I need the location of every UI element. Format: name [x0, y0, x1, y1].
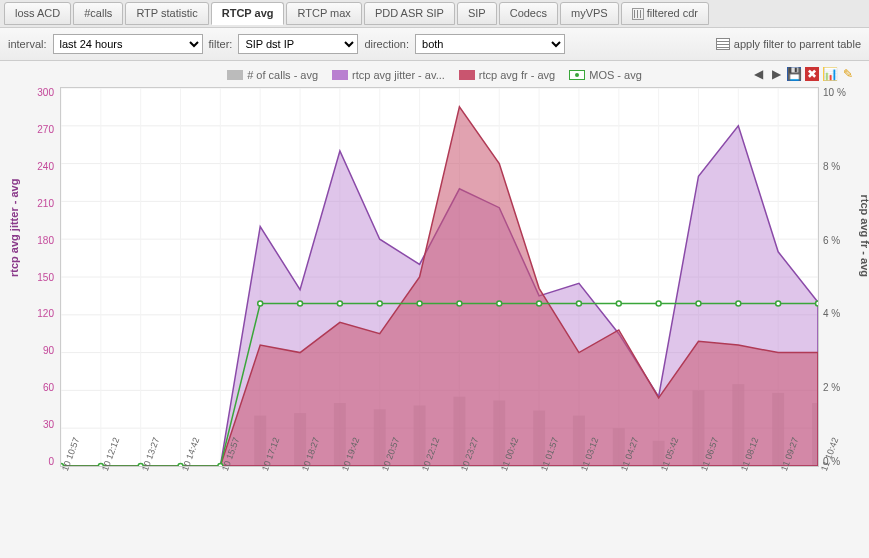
edit-icon[interactable]: ✎ — [841, 67, 855, 81]
tab-rtp-statistic[interactable]: RTP statistic — [125, 2, 208, 25]
svg-point-58 — [337, 301, 342, 306]
tab-codecs[interactable]: Codecs — [499, 2, 558, 25]
svg-point-68 — [736, 301, 741, 306]
chart-legend: # of calls - avg rtcp avg jitter - av...… — [10, 67, 859, 87]
tab-sip[interactable]: SIP — [457, 2, 497, 25]
svg-point-69 — [776, 301, 781, 306]
tab-filtered-cdr[interactable]: filtered cdr — [621, 2, 709, 25]
svg-point-57 — [298, 301, 303, 306]
x-axis-ticks: 10 10:5710 12:1210 13:2710 14:4210 15:57… — [60, 469, 819, 519]
svg-point-61 — [457, 301, 462, 306]
apply-filter-link[interactable]: apply filter to parrent table — [716, 38, 861, 50]
legend-swatch-mos — [569, 70, 585, 80]
chart-settings-icon[interactable]: 📊 — [823, 67, 837, 81]
svg-point-62 — [497, 301, 502, 306]
filter-bar: interval: last 24 hours filter: SIP dst … — [0, 27, 869, 61]
legend-swatch-jitter — [332, 70, 348, 80]
table-icon — [716, 38, 730, 50]
filter-label: filter: — [209, 38, 233, 50]
svg-point-63 — [537, 301, 542, 306]
delete-icon[interactable]: ✖ — [805, 67, 819, 81]
chart-plot[interactable] — [60, 87, 819, 467]
svg-point-60 — [417, 301, 422, 306]
interval-label: interval: — [8, 38, 47, 50]
tab-loss-acd[interactable]: loss ACD — [4, 2, 71, 25]
svg-point-66 — [656, 301, 661, 306]
tab-rtcp-max[interactable]: RTCP max — [286, 2, 361, 25]
tab--calls[interactable]: #calls — [73, 2, 123, 25]
svg-point-70 — [816, 301, 819, 306]
direction-select[interactable]: both — [415, 34, 565, 54]
interval-select[interactable]: last 24 hours — [53, 34, 203, 54]
next-icon[interactable]: ▶ — [769, 67, 783, 81]
svg-point-64 — [576, 301, 581, 306]
y-axis-right-label: rtcp avg fr - avg — [859, 195, 869, 278]
legend-swatch-calls — [227, 70, 243, 80]
legend-swatch-fr — [459, 70, 475, 80]
y-axis-left-label: rtcp avg jitter - avg — [8, 179, 20, 277]
tab-bar: loss ACD#callsRTP statisticRTCP avgRTCP … — [0, 0, 869, 27]
chart-container: ◀ ▶ 💾 ✖ 📊 ✎ # of calls - avg rtcp avg ji… — [0, 61, 869, 519]
prev-icon[interactable]: ◀ — [751, 67, 765, 81]
save-icon[interactable]: 💾 — [787, 67, 801, 81]
y-axis-left-ticks: 3002702402101801501209060300 — [22, 87, 54, 467]
filter-select[interactable]: SIP dst IP — [238, 34, 358, 54]
chart-toolbar: ◀ ▶ 💾 ✖ 📊 ✎ — [751, 67, 855, 81]
svg-point-59 — [377, 301, 382, 306]
svg-point-67 — [696, 301, 701, 306]
svg-point-65 — [616, 301, 621, 306]
chart-area: rtcp avg jitter - avg rtcp avg fr - avg … — [60, 87, 819, 517]
tab-pdd-asr-sip[interactable]: PDD ASR SIP — [364, 2, 455, 25]
svg-point-56 — [258, 301, 263, 306]
tab-rtcp-avg[interactable]: RTCP avg — [211, 2, 285, 25]
tab-myvps[interactable]: myVPS — [560, 2, 619, 25]
direction-label: direction: — [364, 38, 409, 50]
filter-icon — [632, 8, 644, 20]
y-axis-right-ticks: 10 %8 %6 %4 %2 %0 % — [823, 87, 855, 467]
